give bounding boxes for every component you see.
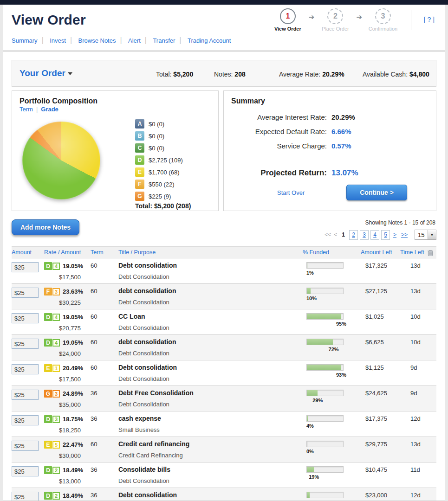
- title-purpose-cell: Debt Free Consolidation Debt Consolidati…: [118, 386, 303, 411]
- legend-value: $0 (0): [149, 145, 164, 152]
- investment-amount-input[interactable]: [12, 415, 39, 425]
- portfolio-panel-title: Portfolio Composition: [12, 91, 218, 106]
- nav-item-alert[interactable]: Alert: [128, 37, 141, 44]
- step-arrow-icon: ➔: [309, 13, 315, 21]
- amount-cell: [12, 411, 44, 437]
- help-icon[interactable]: [ ? ]: [424, 16, 435, 23]
- investment-amount-input[interactable]: [12, 262, 39, 272]
- funded-label: 72%: [329, 347, 361, 352]
- amount-cell: [12, 360, 44, 385]
- term-cell: 60: [91, 258, 118, 283]
- time-left-cell: 10d: [400, 335, 427, 360]
- note-row: E 1 20.49% $17,500 60 Debt consolidation…: [12, 360, 436, 386]
- title-purpose-cell: Credit card refinancing Credit Card Refi…: [118, 437, 303, 462]
- row-spacer: [427, 309, 436, 334]
- pagination-page-2[interactable]: 2: [349, 230, 358, 240]
- note-purpose: Credit Card Refinancing: [118, 452, 303, 459]
- term-cell: 36: [91, 386, 118, 411]
- funded-cell: 19%: [303, 462, 361, 488]
- column-amount[interactable]: Amount: [12, 249, 44, 256]
- step-arrow-icon: ➔: [356, 13, 362, 21]
- pagination-last[interactable]: >>: [401, 231, 408, 238]
- interest-rate: 24.89%: [63, 390, 83, 397]
- pagination-page-4[interactable]: 4: [370, 230, 379, 240]
- funded-label: 19%: [309, 474, 361, 480]
- column-amount-left[interactable]: Amount Left: [361, 249, 400, 256]
- column-time-left[interactable]: Time Left: [400, 249, 427, 256]
- grade-badge: D: [44, 492, 52, 500]
- investment-amount-input[interactable]: [12, 288, 39, 298]
- investment-amount-input[interactable]: [12, 466, 39, 476]
- investment-amount-input[interactable]: [12, 441, 39, 451]
- nav-separator: |: [70, 36, 72, 44]
- note-title: Consolidate bills: [118, 462, 303, 473]
- pagination-prev[interactable]: <: [334, 231, 337, 238]
- funded-bar-fill: [307, 390, 318, 396]
- pagination-page-3[interactable]: 3: [360, 230, 369, 240]
- time-left-cell: 13d: [400, 437, 427, 462]
- summary-panel: Summary Average Interest Rate: 20.29% Ex…: [223, 90, 436, 211]
- pagination-first[interactable]: <<: [325, 231, 331, 238]
- notes-table-header: Amount Rate / Amount Term Title / Purpos…: [12, 246, 436, 258]
- summary-row-interest: Average Interest Rate: 20.29%: [224, 113, 436, 121]
- note-row: D 4 19.05% $20,775 60 CC Loan Debt Conso…: [12, 309, 436, 335]
- loan-amount: $17,500: [59, 274, 91, 281]
- term-cell: 36: [91, 488, 118, 501]
- column-rate-amount[interactable]: Rate / Amount: [44, 249, 91, 256]
- amount-cell: [12, 386, 44, 411]
- interest-rate: 18.49%: [63, 492, 83, 499]
- step-3-label: Confirmation: [363, 26, 403, 32]
- trash-icon[interactable]: [427, 249, 434, 257]
- funded-bar: [306, 466, 344, 473]
- tab-term[interactable]: Term: [19, 106, 33, 113]
- start-over-link[interactable]: Start Over: [277, 189, 305, 196]
- rate-amount-cell: F 3 23.63% $30,225: [44, 284, 91, 309]
- investment-amount-input[interactable]: [12, 364, 39, 374]
- note-title: CC Loan: [118, 309, 303, 320]
- pagination-next[interactable]: >: [393, 231, 396, 238]
- investment-amount-input[interactable]: [12, 339, 39, 349]
- grade-swatch: F: [135, 180, 144, 189]
- grade-sub-badge: 1: [52, 365, 60, 372]
- grade-swatch: E: [135, 167, 144, 177]
- nav-item-summary[interactable]: Summary: [12, 37, 38, 44]
- rate-amount-cell: D 2 18.49% $25,000: [44, 488, 91, 501]
- title-purpose-cell: debt consolidation Debt Consolidation: [118, 335, 303, 360]
- stat-total: Total: $5,200: [156, 71, 193, 78]
- grade-sub-badge: 3: [52, 288, 60, 295]
- column-term[interactable]: Term: [91, 249, 118, 256]
- grade-sub-badge: 4: [52, 314, 60, 321]
- grade-badge: D: [44, 313, 52, 321]
- column-funded[interactable]: % Funded: [303, 249, 361, 256]
- nav-item-transfer[interactable]: Transfer: [153, 37, 175, 44]
- pagination-page-5[interactable]: 5: [381, 230, 390, 240]
- nav-item-trading-account[interactable]: Trading Account: [188, 37, 231, 44]
- time-left-cell: 13d: [400, 284, 427, 309]
- column-title-purpose[interactable]: Title / Purpose: [118, 249, 303, 256]
- your-order-label: Your Order: [19, 68, 65, 78]
- grade-sub-badge: 3: [52, 390, 60, 398]
- funded-bar: [306, 390, 344, 396]
- nav-separator: |: [145, 36, 147, 44]
- nav-item-invest[interactable]: Invest: [50, 37, 66, 44]
- showing-notes-text: Showing Notes 1 - 15 of 208: [365, 219, 435, 226]
- nav-separator: |: [42, 36, 44, 44]
- grade-badge: G: [44, 390, 52, 398]
- funded-cell: 0%: [303, 437, 361, 462]
- time-left-cell: 9d: [400, 386, 427, 411]
- nav-item-browse-notes[interactable]: Browse Notes: [78, 37, 116, 44]
- add-more-notes-button[interactable]: Add more Notes: [12, 219, 79, 235]
- funded-cell: 1%: [303, 258, 361, 283]
- note-purpose: Debt Consolidation: [118, 477, 303, 484]
- your-order-dropdown[interactable]: Your Order: [19, 68, 72, 78]
- investment-amount-input[interactable]: [12, 313, 39, 323]
- continue-button[interactable]: Continue >: [346, 185, 407, 200]
- per-page-select[interactable]: 15 ▼: [415, 230, 436, 240]
- row-spacer: [427, 386, 436, 411]
- tab-grade[interactable]: Grade: [41, 106, 58, 113]
- step-view-order: 1 View Order: [268, 8, 308, 32]
- legend-value: $0 (0): [149, 121, 164, 128]
- amount-cell: [12, 309, 44, 334]
- investment-amount-input[interactable]: [12, 390, 39, 400]
- investment-amount-input[interactable]: [12, 492, 39, 501]
